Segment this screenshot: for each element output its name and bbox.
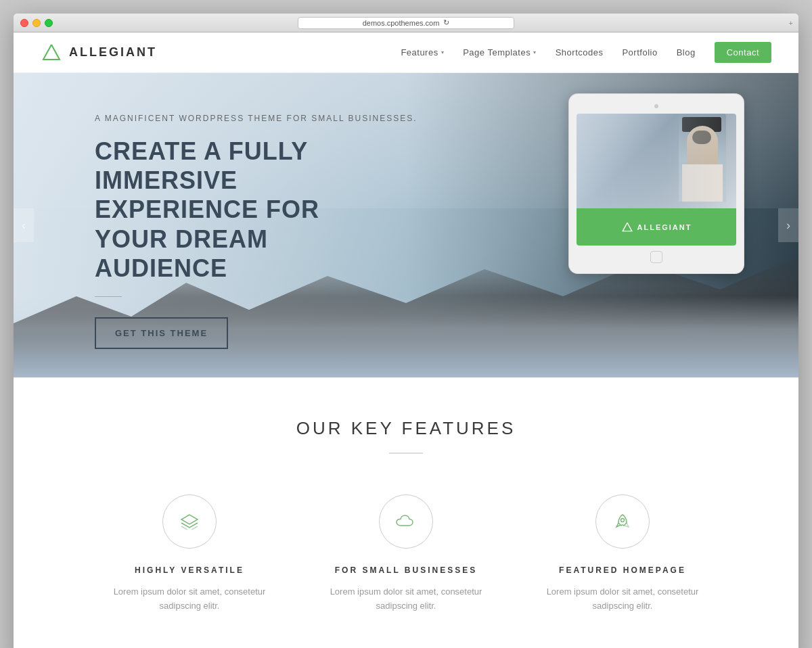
- tablet-logo: ALLEGIANT: [621, 221, 692, 233]
- logo-text: ALLEGIANT: [69, 45, 157, 60]
- carousel-next-button[interactable]: ›: [778, 208, 798, 242]
- tablet-home-button: [650, 251, 662, 263]
- carousel-prev-button[interactable]: ‹: [14, 208, 34, 242]
- chevron-down-icon: ▾: [533, 49, 537, 55]
- close-button[interactable]: [20, 19, 28, 27]
- homepage-icon-circle: [595, 494, 650, 549]
- feature-name-versatile: HIGHLY VERSATILE: [108, 565, 271, 575]
- features-grid: HIGHLY VERSATILE Lorem ipsum dolor sit a…: [41, 494, 771, 614]
- maximize-button[interactable]: [45, 19, 53, 27]
- feature-name-small-biz: FOR SMALL BUSINESSES: [325, 565, 487, 575]
- tablet-logo-text: ALLEGIANT: [637, 223, 692, 231]
- nav-blog[interactable]: Blog: [677, 47, 696, 57]
- feature-item-small-biz: FOR SMALL BUSINESSES Lorem ipsum dolor s…: [325, 494, 487, 614]
- url-text: demos.cpothemes.com: [363, 19, 440, 27]
- hero-divider: [95, 296, 122, 297]
- nav-page-templates[interactable]: Page Templates ▾: [463, 47, 537, 57]
- feature-desc-small-biz: Lorem ipsum dolor sit amet, consetetur s…: [325, 585, 487, 614]
- tablet-screen-image: [577, 114, 736, 208]
- tablet-camera: [654, 104, 658, 108]
- svg-point-2: [621, 519, 625, 522]
- feature-item-homepage: FEATURED HOMEPAGE Lorem ipsum dolor sit …: [541, 494, 704, 614]
- hero-title: CREATE A FULLY IMMERSIVE EXPERIENCE FOR …: [95, 137, 379, 283]
- contact-button[interactable]: Contact: [715, 42, 771, 63]
- tablet-brand-banner: ALLEGIANT: [577, 208, 736, 246]
- feature-item-versatile: HIGHLY VERSATILE Lorem ipsum dolor sit a…: [108, 494, 271, 614]
- titlebar: demos.cpothemes.com ↻ +: [14, 14, 798, 32]
- layers-icon: [179, 513, 200, 530]
- feature-name-homepage: FEATURED HOMEPAGE: [541, 565, 704, 575]
- expand-icon[interactable]: +: [789, 19, 793, 27]
- tablet-screen: ALLEGIANT: [577, 114, 736, 246]
- rocket-icon: [613, 512, 632, 531]
- navbar: ALLEGIANT Features ▾ Page Templates ▾ Sh…: [14, 32, 798, 73]
- features-title: OUR KEY FEATURES: [41, 418, 771, 439]
- nav-portfolio[interactable]: Portfolio: [622, 47, 657, 57]
- tablet-mockup: ALLEGIANT: [568, 93, 744, 274]
- minimize-button[interactable]: [32, 19, 41, 27]
- refresh-icon[interactable]: ↻: [443, 18, 449, 27]
- website: ALLEGIANT Features ▾ Page Templates ▾ Sh…: [14, 32, 798, 648]
- features-section: OUR KEY FEATURES HIGHLY VERSATILE Lorem …: [14, 377, 798, 648]
- nav-shortcodes[interactable]: Shortcodes: [556, 47, 604, 57]
- hero-section: A MAGNIFICENT WORDPRESS THEME FOR SMALL …: [14, 73, 798, 377]
- site-logo[interactable]: ALLEGIANT: [41, 42, 157, 64]
- features-divider: [389, 453, 423, 454]
- tablet-logo-icon: [621, 221, 633, 233]
- feature-desc-homepage: Lorem ipsum dolor sit amet, consetetur s…: [541, 585, 704, 614]
- versatile-icon-circle: [162, 494, 217, 549]
- small-biz-icon-circle: [379, 494, 433, 549]
- nav-features[interactable]: Features ▾: [401, 47, 444, 57]
- feature-desc-versatile: Lorem ipsum dolor sit amet, consetetur s…: [108, 585, 271, 614]
- mac-window: demos.cpothemes.com ↻ + ALLEGIANT Featur…: [14, 14, 798, 648]
- window-controls: [20, 19, 53, 27]
- logo-icon: [41, 42, 62, 64]
- get-theme-button[interactable]: GET THIS THEME: [95, 317, 228, 349]
- chevron-down-icon: ▾: [441, 49, 445, 55]
- address-bar[interactable]: demos.cpothemes.com ↻: [298, 17, 514, 29]
- nav-links: Features ▾ Page Templates ▾ Shortcodes P…: [401, 42, 771, 63]
- tablet-frame: ALLEGIANT: [568, 93, 744, 274]
- cloud-icon: [395, 513, 417, 530]
